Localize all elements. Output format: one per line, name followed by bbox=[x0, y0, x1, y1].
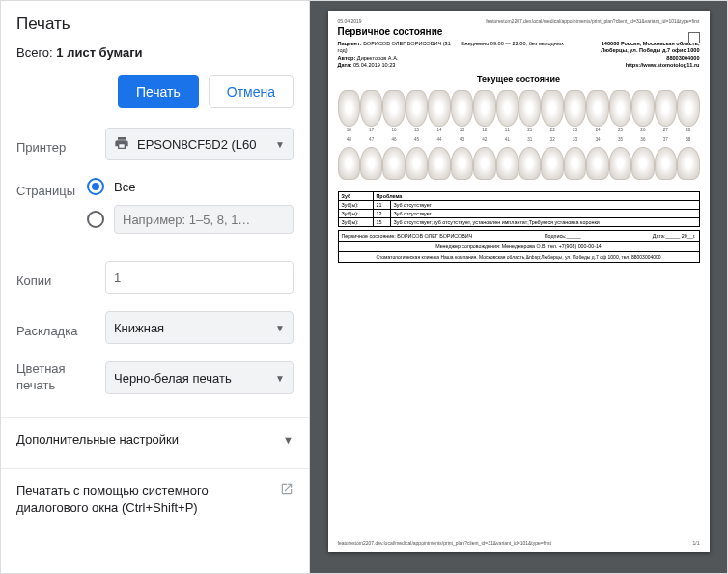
system-dialog-link[interactable]: Печатать с помощью системного диалоговог… bbox=[16, 482, 294, 517]
pages-all-radio[interactable] bbox=[87, 178, 104, 195]
pages-label: Страницы bbox=[16, 178, 87, 198]
cancel-button[interactable]: Отмена bbox=[209, 75, 294, 108]
pages-range-input[interactable] bbox=[114, 205, 294, 234]
preview-page: 05.04.2019 featurestom2207.dev.local/med… bbox=[328, 11, 710, 552]
layout-selected: Книжная bbox=[114, 321, 164, 335]
doc-subtitle: Текущее состояние bbox=[338, 74, 700, 84]
teeth-lower bbox=[338, 147, 700, 180]
printer-icon bbox=[114, 135, 129, 154]
layout-select[interactable]: Книжная ▼ bbox=[105, 311, 294, 344]
copies-input[interactable] bbox=[105, 261, 294, 294]
pages-custom-radio[interactable] bbox=[87, 211, 104, 228]
color-select[interactable]: Черно-белая печать ▼ bbox=[105, 361, 294, 394]
color-selected: Черно-белая печать bbox=[114, 371, 232, 386]
open-external-icon bbox=[280, 482, 294, 501]
printer-selected: EPSON8CF5D2 (L60 bbox=[137, 137, 257, 152]
chevron-down-icon: ▼ bbox=[283, 434, 294, 445]
doc-title: Первичное состояние bbox=[338, 26, 700, 37]
print-icon bbox=[688, 32, 700, 43]
problems-table: ЗубПроблема Зуб(ы):21Зуб отсутствуетЗуб(… bbox=[338, 191, 700, 227]
preview-pane: 05.04.2019 featurestom2207.dev.local/med… bbox=[310, 1, 727, 573]
dialog-title: Печать bbox=[16, 14, 294, 34]
printer-label: Принтер bbox=[16, 134, 105, 155]
print-button[interactable]: Печать bbox=[118, 75, 199, 108]
caret-down-icon: ▼ bbox=[275, 323, 285, 333]
printer-select[interactable]: EPSON8CF5D2 (L60 ▼ bbox=[105, 128, 294, 160]
sheet-summary: Всего: 1 лист бумаги bbox=[16, 45, 294, 60]
pages-all-label: Все bbox=[114, 180, 135, 194]
caret-down-icon: ▼ bbox=[275, 139, 285, 150]
teeth-upper bbox=[338, 90, 700, 127]
caret-down-icon: ▼ bbox=[275, 373, 285, 384]
layout-label: Раскладка bbox=[16, 318, 105, 338]
color-label: Цветная печать bbox=[16, 361, 105, 394]
copies-label: Копии bbox=[16, 268, 105, 288]
advanced-toggle[interactable]: Дополнительные настройки ▼ bbox=[16, 432, 294, 446]
print-sidebar: Печать Всего: 1 лист бумаги Печать Отмен… bbox=[1, 1, 310, 573]
